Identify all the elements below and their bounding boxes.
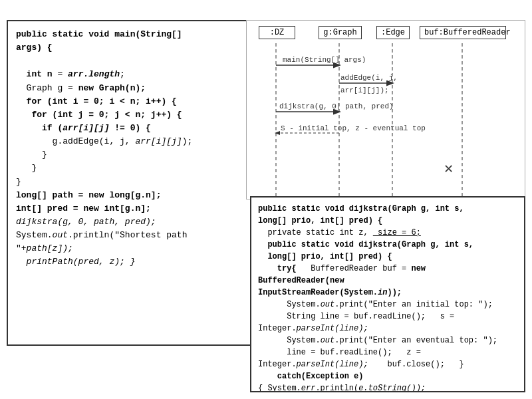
code-line-7: for (int j = 0; j < n; j++) { <box>16 108 243 122</box>
rcode-2: long[] prio, int[] pred) { <box>258 215 517 227</box>
rcode-15: catch(Exception e) <box>258 370 517 382</box>
rcode-7: BufferedReader(new <box>258 275 517 287</box>
code-line-12: } <box>16 176 243 189</box>
left-code-panel: public static void main(String[] args) {… <box>7 20 253 346</box>
code-line-6: for (int i = 0; i < n; i++) { <box>16 95 243 108</box>
code-line-14: int[] pred = new int[g.n]; <box>16 202 243 215</box>
rcode-11: Integer.parseInt(line); <box>258 323 517 334</box>
code-line-16: System.out.println("Shortest path <box>16 229 243 242</box>
uml-box-buf: buf:BufferedReader <box>420 26 506 39</box>
uml-box-dz: :DZ <box>259 26 295 39</box>
close-icon[interactable]: ✕ <box>444 160 453 178</box>
code-line-18: printPath(pred, z); } <box>16 255 243 269</box>
rcode-13: line = buf.readLine(); z = <box>258 346 517 358</box>
code-line-13: long[] path = new long[g.n]; <box>16 189 243 202</box>
code-line-9: g.addEdge(i, j, arr[i][j]); <box>16 135 243 148</box>
rcode-6: try{ BufferedReader buf = new <box>258 263 517 275</box>
rcode-16: { System.err.println(e.toString()); <box>258 382 517 392</box>
rcode-1: public static void dijkstra(Graph g, int… <box>258 203 517 215</box>
uml-box-graph: g:Graph <box>319 26 362 39</box>
code-line-4: int n = arr.length; <box>16 68 243 81</box>
right-code-panel: public static void dijkstra(Graph g, int… <box>250 196 525 392</box>
rcode-5: long[] prio, int[] pred) { <box>258 251 517 263</box>
uml-box-edge: :Edge <box>376 26 410 39</box>
rcode-10: String line = buf.readLine(); s = <box>258 311 517 323</box>
code-line-1: public static void main(String[] <box>16 28 243 41</box>
rcode-9: System.out.print("Enter an initial top: … <box>258 299 517 311</box>
uml-diagram: :DZ g:Graph :Edge buf:BufferedReader <box>246 20 525 200</box>
code-line-5: Graph g = new Graph(n); <box>16 82 243 95</box>
rcode-14: Integer.parseInt(line); buf.close(); } <box>258 358 517 370</box>
rcode-12: System.out.print("Enter an eventual top:… <box>258 334 517 346</box>
rcode-8: InputStreamReader(System.in)); <box>258 287 517 299</box>
code-line-8: if (arr[i][j] != 0) { <box>16 122 243 135</box>
code-line-3 <box>16 55 243 68</box>
code-line-11: } <box>16 162 243 175</box>
code-line-10: } <box>16 148 243 162</box>
rcode-4: public static void dijkstra(Graph g, int… <box>258 239 517 251</box>
code-line-15: dijkstra(g, 0, path, pred); <box>16 215 243 229</box>
rcode-3: private static int z, size = 6; <box>258 227 517 239</box>
code-line-17: "+path[z]); <box>16 242 243 255</box>
code-line-2: args) { <box>16 41 243 55</box>
